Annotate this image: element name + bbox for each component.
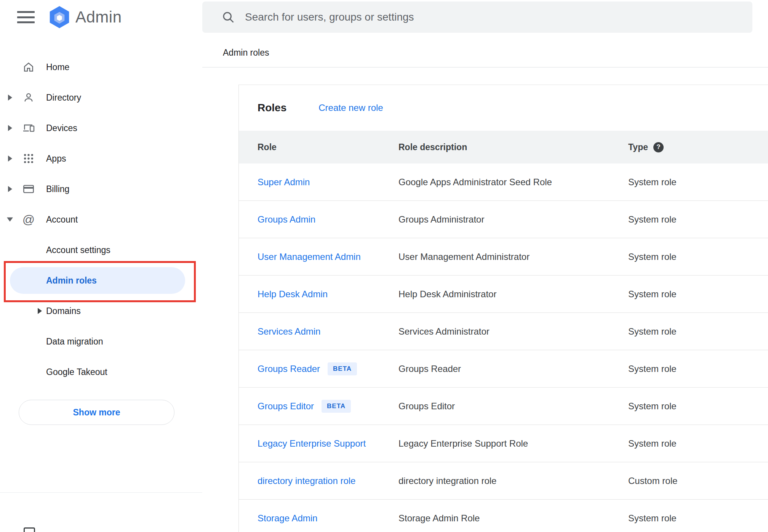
role-type: Custom role bbox=[628, 476, 768, 486]
panel-title: Roles bbox=[258, 102, 286, 114]
at-sign-icon: @ bbox=[22, 213, 35, 226]
role-link[interactable]: Storage Admin bbox=[258, 513, 317, 524]
table-header-row: Role Role description Type ? bbox=[239, 131, 768, 163]
apps-grid-icon bbox=[22, 152, 35, 165]
role-description: Services Administrator bbox=[398, 326, 628, 337]
role-type: System role bbox=[628, 214, 768, 225]
menu-icon[interactable] bbox=[17, 11, 35, 23]
role-description: Legacy Enterprise Support Role bbox=[398, 438, 628, 449]
role-link[interactable]: Groups Editor bbox=[258, 401, 314, 412]
sidebar-item-label: Account settings bbox=[46, 245, 110, 255]
role-description: Help Desk Administrator bbox=[398, 289, 628, 300]
sidebar-item-account[interactable]: @ Account bbox=[0, 204, 202, 235]
beta-badge: BETA bbox=[322, 400, 351, 413]
role-type: System role bbox=[628, 401, 768, 412]
column-header-description: Role description bbox=[398, 142, 628, 152]
role-cell: Groups Editor BETA bbox=[258, 400, 398, 413]
header-divider bbox=[202, 67, 768, 67]
sidebar-item-label: Google Takeout bbox=[46, 367, 107, 377]
table-row: Storage Admin Storage Admin Role System … bbox=[239, 500, 768, 532]
role-cell: Legacy Enterprise Support bbox=[258, 438, 398, 449]
role-cell: Help Desk Admin bbox=[258, 289, 398, 300]
sidebar-item-label: Devices bbox=[46, 123, 77, 133]
role-description: Groups Editor bbox=[398, 401, 628, 412]
role-link[interactable]: Super Admin bbox=[258, 177, 310, 187]
role-cell: Groups Reader BETA bbox=[258, 362, 398, 375]
role-cell: User Management Admin bbox=[258, 252, 398, 262]
sidebar-header: Admin bbox=[0, 0, 202, 34]
role-cell: Storage Admin bbox=[258, 513, 398, 524]
sidebar-item-devices[interactable]: Devices bbox=[0, 113, 202, 143]
sidebar-divider bbox=[0, 492, 202, 493]
role-link[interactable]: Groups Admin bbox=[258, 214, 315, 225]
role-cell: Groups Admin bbox=[258, 214, 398, 225]
main-content: Admin roles Roles Create new role Role R… bbox=[202, 0, 768, 532]
search-icon bbox=[221, 10, 235, 24]
role-type: System role bbox=[628, 289, 768, 300]
role-link[interactable]: directory integration role bbox=[258, 476, 355, 486]
selected-item-highlight bbox=[10, 267, 185, 294]
table-row: directory integration role directory int… bbox=[239, 462, 768, 500]
sidebar-nav: Home Directory Devices bbox=[0, 52, 202, 387]
chevron-right-icon[interactable] bbox=[8, 125, 12, 131]
table-row: Help Desk Admin Help Desk Administrator … bbox=[239, 276, 768, 313]
app-title: Admin bbox=[75, 8, 122, 26]
table-row: Groups Editor BETA Groups Editor System … bbox=[239, 388, 768, 425]
create-new-role-link[interactable]: Create new role bbox=[318, 103, 383, 113]
roles-panel: Roles Create new role Role Role descript… bbox=[238, 85, 768, 532]
table-row: Legacy Enterprise Support Legacy Enterpr… bbox=[239, 425, 768, 462]
roles-panel-header: Roles Create new role bbox=[239, 85, 768, 131]
role-link[interactable]: Groups Reader bbox=[258, 364, 320, 374]
sidebar-item-apps[interactable]: Apps bbox=[0, 143, 202, 174]
role-description: Storage Admin Role bbox=[398, 513, 628, 524]
sidebar-item-label: Billing bbox=[46, 184, 69, 194]
show-more-button[interactable]: Show more bbox=[19, 400, 174, 425]
chevron-right-icon[interactable] bbox=[8, 95, 12, 101]
sidebar-item-google-takeout[interactable]: Google Takeout bbox=[0, 357, 202, 387]
sidebar-item-billing[interactable]: Billing bbox=[0, 174, 202, 204]
table-row: Groups Admin Groups Administrator System… bbox=[239, 201, 768, 238]
sidebar: Admin Home Directory bbox=[0, 0, 202, 532]
chevron-down-icon[interactable] bbox=[7, 218, 13, 222]
role-description: Groups Reader bbox=[398, 364, 628, 374]
role-cell: Services Admin bbox=[258, 326, 398, 337]
sidebar-item-label: Data migration bbox=[46, 337, 103, 347]
sidebar-item-data-migration[interactable]: Data migration bbox=[0, 326, 202, 357]
chevron-right-icon[interactable] bbox=[8, 186, 12, 192]
table-row: User Management Admin User Management Ad… bbox=[239, 238, 768, 276]
sidebar-item-directory[interactable]: Directory bbox=[0, 82, 202, 113]
column-header-type: Type ? bbox=[628, 142, 768, 152]
search-bar[interactable] bbox=[202, 2, 752, 33]
role-cell: Super Admin bbox=[258, 177, 398, 187]
sidebar-item-label: Home bbox=[46, 62, 69, 72]
role-link[interactable]: Help Desk Admin bbox=[258, 289, 328, 300]
sidebar-item-label: Apps bbox=[46, 154, 66, 164]
role-description: User Management Administrator bbox=[398, 252, 628, 262]
role-description: Google Apps Administrator Seed Role bbox=[398, 177, 628, 187]
role-link[interactable]: Legacy Enterprise Support bbox=[258, 438, 366, 449]
role-link[interactable]: Services Admin bbox=[258, 326, 320, 337]
role-type: System role bbox=[628, 326, 768, 337]
chevron-right-icon[interactable] bbox=[8, 155, 12, 162]
table-row: Super Admin Google Apps Administrator Se… bbox=[239, 163, 768, 201]
help-icon[interactable]: ? bbox=[653, 142, 664, 152]
role-description: directory integration role bbox=[398, 476, 628, 486]
sidebar-item-account-settings[interactable]: Account settings bbox=[0, 235, 202, 265]
role-type: System role bbox=[628, 364, 768, 374]
table-row: Services Admin Services Administrator Sy… bbox=[239, 313, 768, 350]
chevron-right-icon[interactable] bbox=[38, 308, 42, 314]
role-cell: directory integration role bbox=[258, 476, 398, 486]
home-icon bbox=[22, 61, 35, 73]
role-type: System role bbox=[628, 513, 768, 524]
role-type: System role bbox=[628, 252, 768, 262]
sidebar-item-home[interactable]: Home bbox=[0, 52, 202, 82]
sidebar-item-domains[interactable]: Domains bbox=[0, 296, 202, 326]
column-header-role: Role bbox=[258, 142, 398, 152]
bottom-toolbar-icon[interactable] bbox=[24, 527, 35, 532]
sidebar-item-label: Directory bbox=[46, 93, 81, 103]
role-type: System role bbox=[628, 177, 768, 187]
search-input[interactable] bbox=[245, 11, 752, 23]
sidebar-item-admin-roles[interactable]: Admin roles bbox=[0, 265, 202, 296]
role-link[interactable]: User Management Admin bbox=[258, 252, 361, 262]
billing-card-icon bbox=[22, 183, 35, 195]
